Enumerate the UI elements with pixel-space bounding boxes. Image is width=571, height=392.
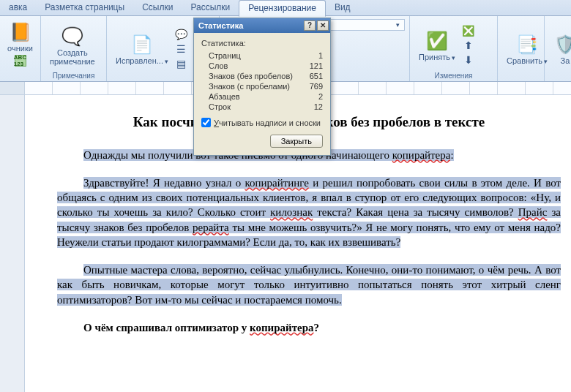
stat-val: 769 (310, 82, 323, 91)
stat-val: 12 (314, 102, 323, 111)
stat-key: Знаков (с пробелами) (209, 82, 290, 91)
paragraph-4: О чём спрашивал оптимизатор у копирайтер… (57, 320, 561, 335)
dialog-help-button[interactable]: ? (304, 20, 316, 31)
reviewing-pane-button[interactable]: ▤ (173, 57, 190, 70)
group-compare: 📑 Сравнить (498, 16, 545, 81)
p1-text-c: : (450, 149, 453, 161)
track-changes-button[interactable]: 📄 Исправлен... (111, 31, 173, 67)
dialog-close-button[interactable]: Закрыть (270, 135, 323, 148)
p4a: О чём спрашивал оптимизатор у (83, 322, 250, 333)
show-markup-button[interactable]: ☰ (173, 42, 190, 56)
stat-row-chars-nospace: Знаков (без пробелов) 651 (201, 71, 323, 81)
stat-val: 651 (310, 72, 323, 80)
group-protect-label (549, 79, 567, 80)
vertical-ruler[interactable] (0, 95, 25, 392)
sources-button[interactable]: 📙 очники (3, 19, 37, 54)
stat-key: Знаков (без пробелов) (209, 72, 293, 80)
p2b: копирайтинге (245, 177, 309, 189)
include-textboxes-checkbox[interactable]: Учитывать надписи и сноски (201, 118, 323, 127)
doc-title-left: Как посчи (133, 114, 198, 129)
stat-val: 2 (318, 92, 323, 101)
group-comments-label: Примечания (45, 71, 102, 80)
dialog-body: Статистика: Страниц 1 Слов 121 Знаков (б… (194, 33, 330, 155)
prev-change-button[interactable]: ⬆ (460, 39, 477, 52)
reject-icon: ❎ (463, 25, 474, 37)
protect-button[interactable]: 🛡️ За (549, 31, 571, 67)
dialog-heading: Статистика: (201, 39, 323, 48)
stat-key: Слов (209, 61, 228, 70)
reject-button[interactable]: ❎ (460, 24, 477, 37)
ruler-corner (0, 82, 25, 94)
track-changes-label: Исправлен... (116, 56, 168, 65)
accept-icon: ✅ (425, 29, 449, 53)
accept-label: Принять (419, 53, 455, 61)
compare-icon: 📑 (515, 33, 539, 56)
tab-page-layout[interactable]: Разметка страницы (36, 0, 133, 15)
track-changes-icon: 📄 (130, 33, 154, 56)
stat-row-chars-space: Знаков (с пробелами) 769 (201, 81, 323, 91)
stat-val: 121 (310, 61, 323, 70)
p4b: копирайтера (250, 322, 314, 333)
balloon-icon: 💬 (176, 29, 187, 40)
paragraph-3: Опытные мастера слова, вероятно, сейчас … (57, 263, 561, 307)
dialog-titlebar[interactable]: Статистика ? ✕ (194, 18, 330, 33)
sources-label: очники (7, 44, 33, 53)
tab-mailings[interactable]: Рассылки (182, 0, 239, 15)
group-compare-label (502, 79, 540, 80)
group-proofing-label (4, 79, 36, 80)
include-textboxes-input[interactable] (201, 118, 211, 127)
book-icon: 📙 (9, 20, 32, 44)
stat-row-paragraphs: Абзацев 2 (201, 91, 323, 102)
stat-key: Строк (209, 102, 231, 111)
compare-label: Сравнить (507, 56, 548, 65)
tab-references[interactable]: Ссылки (133, 0, 182, 15)
p2f: Прайс (518, 206, 548, 218)
tab-insert-partial[interactable]: авка (0, 0, 36, 15)
stat-val: 1 (318, 51, 323, 60)
list-icon: ☰ (176, 43, 187, 55)
statistics-dialog: Статистика ? ✕ Статистика: Страниц 1 Сло… (193, 18, 331, 156)
stat-key: Страниц (209, 51, 241, 60)
tab-review[interactable]: Рецензирование (239, 0, 326, 17)
p2e: текста? Какая цена за тысячу символов? (313, 206, 518, 218)
balloons-button[interactable]: 💬 (173, 28, 190, 41)
pane-icon: ▤ (176, 58, 187, 69)
prev-icon: ⬆ (463, 39, 474, 51)
stat-row-words: Слов 121 (201, 61, 323, 71)
protect-label: За (561, 56, 570, 65)
p2a: Здравствуйте! Я недавно узнал о (83, 177, 245, 189)
group-protect: 🛡️ За (545, 16, 571, 81)
p1-text-b: копирайтера (392, 149, 451, 161)
dialog-close-x-button[interactable]: ✕ (317, 20, 329, 31)
stat-key: Абзацев (209, 92, 240, 101)
paragraph-2: Здравствуйте! Я недавно узнал о копирайт… (57, 176, 561, 249)
p2h: рерайта (193, 222, 229, 233)
p2d: килознак (270, 206, 313, 218)
p3: Опытные мастера слова, вероятно, сейчас … (57, 264, 561, 306)
accept-button[interactable]: ✅ Принять (414, 28, 460, 63)
word-count-button[interactable]: ABC123 (12, 54, 29, 67)
p4c: ? (314, 322, 320, 333)
group-comments: 🗨️ Создать примечание Примечания (41, 16, 107, 81)
new-comment-icon: 🗨️ (61, 25, 84, 48)
doc-title-right: ков без пробелов в тексте (326, 114, 485, 129)
group-changes-label: Изменения (414, 71, 493, 80)
new-comment-label: Создать примечание (50, 48, 95, 66)
ribbon-tabs: авка Разметка страницы Ссылки Рассылки Р… (0, 0, 571, 16)
abc-icon: ABC123 (15, 55, 26, 67)
protect-icon: 🛡️ (553, 33, 571, 56)
group-proofing: 📙 очники ABC123 (0, 16, 41, 81)
stat-row-lines: Строк 12 (201, 102, 323, 112)
next-icon: ⬇ (463, 54, 474, 66)
next-change-button[interactable]: ⬇ (460, 53, 477, 67)
include-textboxes-label: Учитывать надписи и сноски (214, 118, 321, 127)
group-changes: ✅ Принять ❎ ⬆ ⬇ Изменения (410, 16, 498, 81)
stat-row-pages: Страниц 1 (201, 50, 323, 61)
dialog-title: Статистика (198, 21, 244, 30)
new-comment-button[interactable]: 🗨️ Создать примечание (45, 23, 100, 67)
tab-view[interactable]: Вид (326, 0, 359, 15)
